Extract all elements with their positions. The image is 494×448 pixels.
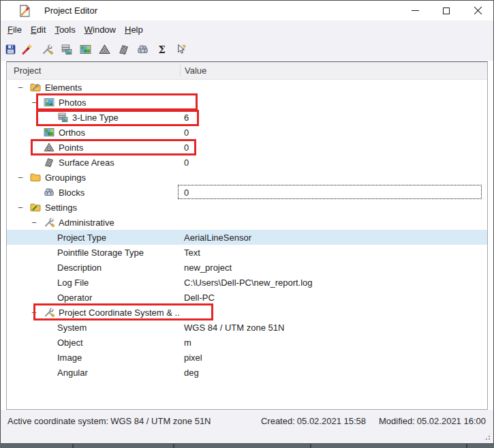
menu-tools[interactable]: Tools <box>55 25 75 35</box>
row-value-cell[interactable]: WGS 84 / UTM zone 51N <box>180 323 487 333</box>
row-value-cell[interactable]: new_project <box>180 263 487 273</box>
tree-row-3-line-type[interactable]: 3-Line Type6 <box>7 110 487 125</box>
layers-icon <box>61 44 72 55</box>
resize-grip-icon[interactable] <box>482 432 491 441</box>
row-value-cell[interactable]: Dell-PC <box>180 293 487 303</box>
photo-icon <box>44 97 55 108</box>
column-header-project[interactable]: Project <box>7 65 180 76</box>
close-button[interactable] <box>462 1 493 20</box>
surfaces-button[interactable] <box>115 41 132 59</box>
row-label: Points <box>59 143 83 153</box>
points-icon <box>99 44 110 55</box>
tools-button[interactable] <box>39 41 55 59</box>
surface-icon <box>44 157 55 168</box>
row-value-cell[interactable]: deg <box>180 368 487 378</box>
status-bar: Active coordinate system:WGS 84 / UTM zo… <box>1 410 493 443</box>
tree-row-system[interactable]: SystemWGS 84 / UTM zone 51N <box>7 320 487 335</box>
row-value: new_project <box>184 263 232 273</box>
row-value-cell[interactable]: 0 <box>180 158 487 168</box>
collapse-toggle[interactable]: − <box>16 83 25 92</box>
row-label: Surface Areas <box>59 158 114 168</box>
layers-icon <box>57 112 68 123</box>
row-label: 3-Line Type <box>72 113 119 123</box>
tools-icon <box>42 44 53 55</box>
help-cursor-icon <box>175 44 187 55</box>
context-help-button[interactable] <box>172 41 189 59</box>
row-value: AerialLineSensor <box>184 233 251 243</box>
row-value-cell[interactable]: C:\Users\Dell-PC\new_report.log <box>180 278 487 288</box>
tree-row-administrative[interactable]: −Administrative <box>7 215 487 230</box>
blocks-button[interactable] <box>134 41 151 59</box>
modified-value: 05.02.2021 16:00 <box>417 416 486 426</box>
project-tree-panel: Project Value −Elements−Photos3-Line Typ… <box>6 61 488 410</box>
row-value-cell[interactable]: 0 <box>180 128 487 138</box>
tree-row-blocks[interactable]: Blocks0 <box>7 185 487 200</box>
images-button[interactable] <box>77 41 93 59</box>
row-value-cell[interactable]: m <box>180 338 487 348</box>
menu-help[interactable]: Help <box>125 25 143 35</box>
tree-row-image[interactable]: Imagepixel <box>7 350 487 365</box>
collapse-toggle[interactable]: − <box>30 218 38 227</box>
tree-row-elements[interactable]: −Elements <box>7 80 487 95</box>
row-label: Settings <box>45 203 77 213</box>
folder-settings-icon <box>30 202 41 213</box>
maximize-icon <box>443 8 450 14</box>
collapse-toggle[interactable]: − <box>30 308 38 317</box>
menu-edit[interactable]: Edit <box>31 25 46 35</box>
project-editor-window: Project Editor FileEditToolsWindowHelp P… <box>0 0 494 444</box>
tree-row-operator[interactable]: OperatorDell-PC <box>7 290 487 305</box>
tree-row-groupings[interactable]: −Groupings <box>7 170 487 185</box>
tree-row-angular[interactable]: Angulardeg <box>7 365 487 380</box>
close-icon <box>474 6 482 15</box>
maximize-button[interactable] <box>431 1 462 20</box>
tree-row-object[interactable]: Objectm <box>7 335 487 350</box>
row-value-cell[interactable]: 0 <box>180 188 487 198</box>
row-label: Image <box>57 353 82 363</box>
tree-row-orthos[interactable]: Orthos0 <box>7 125 487 140</box>
statistics-button[interactable] <box>153 41 170 59</box>
doc-edit-icon <box>18 4 31 18</box>
row-label: Description <box>57 263 102 273</box>
magic-wand-button[interactable] <box>18 41 35 59</box>
row-value-cell[interactable]: 0 <box>180 143 487 153</box>
tree-row-pointfile-storage-type[interactable]: Pointfile Storage TypeText <box>7 245 487 260</box>
row-value: 0 <box>184 143 189 153</box>
row-value-cell[interactable]: pixel <box>180 353 487 363</box>
surface-icon <box>118 44 129 55</box>
tree-row-description[interactable]: Descriptionnew_project <box>7 260 487 275</box>
row-label: Log File <box>57 278 89 288</box>
row-label: Elements <box>45 83 82 93</box>
photos-button[interactable] <box>58 41 74 59</box>
tree-row-photos[interactable]: −Photos <box>7 95 487 110</box>
tree-row-surface-areas[interactable]: Surface Areas0 <box>7 155 487 170</box>
collapse-toggle[interactable]: − <box>30 98 38 107</box>
row-value-cell[interactable]: AerialLineSensor <box>180 233 487 243</box>
row-label: Project Type <box>57 233 106 243</box>
tree-row-settings[interactable]: −Settings <box>7 200 487 215</box>
column-header-value[interactable]: Value <box>180 65 487 76</box>
save-button[interactable] <box>2 41 18 59</box>
row-value: 0 <box>184 158 189 168</box>
row-value-cell[interactable]: Text <box>180 248 487 258</box>
collapse-toggle[interactable]: − <box>16 173 25 182</box>
window-title: Project Editor <box>44 5 97 16</box>
ortho-icon <box>80 44 91 55</box>
modified-label: Modified: <box>379 416 415 426</box>
blocks-icon <box>44 187 55 198</box>
row-value: m <box>184 338 191 348</box>
row-value: 0 <box>184 188 189 198</box>
minimize-button[interactable] <box>399 1 431 20</box>
tree-row-log-file[interactable]: Log FileC:\Users\Dell-PC\new_report.log <box>7 275 487 290</box>
row-label: System <box>57 323 87 333</box>
tree-row-points[interactable]: Points0 <box>7 140 487 155</box>
created-timestamp: Created:05.02.2021 15:58 <box>261 416 368 426</box>
row-value: deg <box>184 368 199 378</box>
tree-row-project-type[interactable]: Project TypeAerialLineSensor <box>7 230 487 245</box>
points-button[interactable] <box>96 41 112 59</box>
collapse-toggle[interactable]: − <box>16 203 25 212</box>
menu-file[interactable]: File <box>7 25 22 35</box>
menu-window[interactable]: Window <box>84 25 116 35</box>
row-value: 6 <box>184 113 189 123</box>
row-value-cell[interactable]: 6 <box>180 113 487 123</box>
tree-row-project-coordinate-system[interactable]: −Project Coordinate System & ... <box>7 305 487 320</box>
